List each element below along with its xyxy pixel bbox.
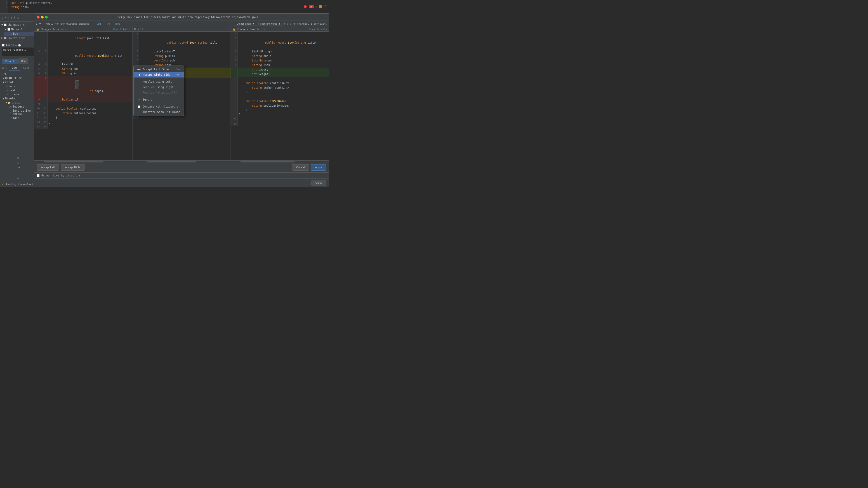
- ide-line-7: 7: [5, 2, 7, 5]
- right-scrollbar[interactable]: [230, 161, 329, 162]
- conflict-arrow-icon[interactable]: »: [75, 85, 79, 89]
- update-icon[interactable]: ↓: [11, 16, 12, 19]
- merge-conflicts-item[interactable]: ▼ Merge Co ☕ Boo: [0, 27, 36, 36]
- tab-log[interactable]: Log: [9, 65, 20, 71]
- branch-main[interactable]: ⎇ main: [4, 84, 34, 88]
- scroll-bars[interactable]: [36, 160, 329, 162]
- right-code-panel: 4 5 public record Book(String title 6: [231, 32, 329, 160]
- arrow-collapse-icon[interactable]: «: [17, 176, 19, 180]
- commit-button[interactable]: Commit: [2, 59, 18, 64]
- traffic-lights: [37, 16, 48, 19]
- remote-origin-group[interactable]: ▼ 📁 origin: [4, 101, 34, 105]
- close-traffic-light[interactable]: [37, 16, 39, 19]
- right-branch-name[interactable]: feature: [256, 28, 267, 31]
- settings-icon[interactable]: ⚙: [16, 44, 17, 46]
- accept-right-button[interactable]: Accept Right: [61, 164, 85, 170]
- center-scroll-thumb[interactable]: [147, 161, 196, 162]
- accept-left-button[interactable]: Accept Left: [37, 164, 59, 170]
- console-button[interactable]: Con: [19, 58, 28, 64]
- list-icon[interactable]: ≡: [17, 161, 19, 165]
- ctx-ignore[interactable]: ✕ Ignore: [133, 97, 184, 102]
- refresh-icon[interactable]: ↺: [2, 16, 4, 19]
- diff-icon[interactable]: ◫: [17, 16, 19, 19]
- commit-message-field[interactable]: Merge feature i: [2, 47, 34, 56]
- head-item[interactable]: ► HEAD (Curr: [2, 76, 34, 80]
- lock-icon-right: 🔒: [232, 28, 236, 31]
- right-scroll-thumb[interactable]: [241, 161, 294, 162]
- highlight-words-label: Highlight words: [260, 22, 277, 25]
- left-ln8b: [41, 98, 48, 102]
- nav-up-icon[interactable]: ▲: [36, 22, 37, 25]
- book-filename: Boo: [13, 32, 18, 35]
- ctx-annotate-blame[interactable]: Annotate with Git Blame: [133, 109, 184, 115]
- book-file-item[interactable]: ☕ Boo: [4, 32, 36, 36]
- right-code-area[interactable]: 4 5 public record Book(String title 6: [231, 32, 329, 160]
- left-code3: public record Book(String tit: [48, 50, 132, 63]
- ide-line-numbers: 7 8: [0, 0, 8, 13]
- origin-interactive-rebase[interactable]: ⎇ interactive-rebase: [8, 109, 34, 116]
- branch-feature[interactable]: ⎇ featu: [4, 88, 34, 92]
- rollback-icon[interactable]: ⟲: [4, 16, 7, 19]
- local-group[interactable]: ▼ Local: [2, 80, 34, 84]
- amend-checkbox[interactable]: [2, 44, 4, 46]
- do-not-ignore-dropdown[interactable]: Do not ignore ▼: [235, 22, 257, 26]
- unversioned-header[interactable]: ▶ Unversioned: [0, 36, 36, 40]
- left-ln5: 5: [36, 67, 41, 71]
- left-branch-name[interactable]: main: [60, 28, 66, 31]
- center-scrollbar[interactable]: [132, 161, 231, 162]
- apply-all-btn[interactable]: ↔ All: [103, 22, 111, 26]
- rgt-ret-ln: [231, 86, 238, 90]
- error-icon: 🔴: [304, 5, 307, 8]
- changes-header[interactable]: ▼ Changes 1 fi: [0, 23, 36, 27]
- left-scroll-thumb[interactable]: [44, 161, 103, 162]
- cancel-button[interactable]: Cancel: [292, 164, 309, 170]
- expand-icon[interactable]: ⌃: [324, 4, 327, 9]
- ctx-accept-left[interactable]: ▶▶ Accept Left Side ⌃⌘→: [133, 67, 184, 72]
- remote-group[interactable]: ▼ Remote: [2, 96, 34, 101]
- changes-checkbox[interactable]: [4, 24, 6, 26]
- rgt-conflict2: int weight): [231, 72, 329, 76]
- left-code-area[interactable]: import java.util.List; 3 5 pu: [36, 32, 132, 160]
- magic-icon[interactable]: ✦: [42, 22, 44, 25]
- minimize-traffic-light[interactable]: [41, 16, 43, 19]
- group-files-checkbox[interactable]: [37, 174, 39, 177]
- vcs-ops-icon[interactable]: ⋮: [13, 16, 16, 19]
- left-show-details[interactable]: Show Details: [113, 28, 130, 31]
- highlight-words-dropdown[interactable]: Highlight words ▼: [258, 22, 283, 26]
- error-nav-icon[interactable]: !: [17, 171, 19, 175]
- merge-co-header[interactable]: ▼ Merge Co: [4, 27, 36, 32]
- rgt-ca-ln: [231, 81, 238, 86]
- left-code7-text: int pages,: [75, 90, 105, 93]
- ctx-accept-right[interactable]: ◀ Accept Right Side ⌃⌘←: [133, 72, 184, 77]
- branch-interactive[interactable]: ⎇ intera: [4, 92, 34, 96]
- ctx-resolve-right[interactable]: Resolve using Right: [133, 85, 184, 90]
- maximize-traffic-light[interactable]: [45, 16, 48, 19]
- settings-merge-icon[interactable]: ⚙: [284, 22, 286, 25]
- apply-button[interactable]: Apply: [311, 164, 326, 170]
- arrow-left-icon[interactable]: ←: [2, 72, 3, 76]
- settings-nav-icon[interactable]: ⚙: [17, 156, 19, 160]
- search-icon[interactable]: 🔍: [4, 73, 7, 76]
- tab-console[interactable]: Cons: [20, 65, 33, 71]
- ctx-resolve-left[interactable]: Resolve using Left: [133, 79, 184, 85]
- ctx-annotate-blame-label: Annotate with Git Blame: [143, 110, 180, 113]
- commit-push-icon[interactable]: ↑: [8, 16, 10, 19]
- help-icon[interactable]: ?: [290, 22, 291, 25]
- status-warning-icon: ⚠: [2, 183, 3, 186]
- apply-right-btn[interactable]: Right →: [113, 22, 124, 26]
- columns-icon[interactable]: ⊡: [287, 22, 288, 25]
- branch-icon[interactable]: ⎇: [16, 166, 20, 170]
- merge-checkbox[interactable]: [7, 28, 10, 31]
- origin-feature[interactable]: ⎇ feature: [8, 105, 34, 109]
- nav-down-icon[interactable]: ▼: [39, 22, 41, 25]
- unversioned-checkbox[interactable]: [4, 37, 6, 39]
- history-icon[interactable]: 🕐: [18, 44, 21, 46]
- ctx-compare-clipboard[interactable]: 📋 Compare with Clipboard: [133, 104, 184, 109]
- apply-left-btn[interactable]: ← Left: [93, 22, 102, 26]
- right-show-details[interactable]: Show Details: [309, 28, 327, 31]
- expand-merge-icon: ▼: [5, 28, 6, 31]
- origin-main[interactable]: ⎇ main: [8, 116, 34, 120]
- close-button[interactable]: Close: [311, 180, 326, 182]
- left-scrollbar[interactable]: [36, 161, 132, 162]
- conflict-x-icon[interactable]: ✕: [75, 80, 79, 85]
